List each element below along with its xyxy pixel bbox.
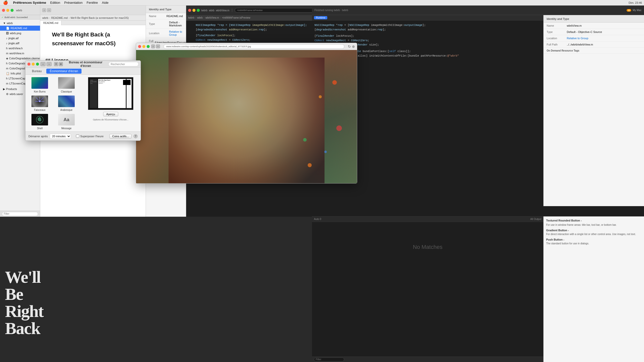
ss-grid-view-btn[interactable]: ⊞ [59,62,63,66]
help-btn[interactable]: ? [134,134,138,138]
dot-4 [303,138,307,142]
bc-initwithframe[interactable]: +initWithFrame:isPreview [222,16,250,19]
identity-header-right: Identity and Type [544,15,644,23]
id-value-name-r: wbrbView.m [567,24,641,27]
identity-row-name: Name README.md [146,13,186,19]
ss-back-btn[interactable]: ‹ [41,62,46,66]
ss-item-ken-burns[interactable]: Ken Burns [27,77,52,93]
ss-search-input[interactable] [108,62,139,66]
nav-fwd-btn[interactable]: › [47,8,51,12]
ln-2 [189,28,194,32]
ss-tab-economiseur[interactable]: Économiseur d'écran [46,69,82,74]
preview-black-rect [123,80,131,85]
ss-tab-bureau[interactable]: Bureau [28,69,45,74]
browser-max-btn[interactable] [147,45,150,48]
browser-window: ‹ › www.indiewire.com/wp-content/uploads… [136,43,357,184]
apple-menu[interactable]: 🍎 [0,0,11,6]
color-overlay-2 [136,50,357,183]
code-line-4: CGRect newImageRect = CGRectZero; [189,38,329,42]
browser-fwd-btn[interactable]: › [156,44,160,48]
right-code-line-3: [finalRender lockFocus]; [314,34,541,38]
ss-preview-screen: wbrb■ README png We'll Be Right Back ## … [88,77,133,110]
ss-label-ken-burns: Ken Burns [34,90,46,93]
file-wbrb-png[interactable]: 🖼 wbrb.png [0,31,40,36]
ss-item-classique[interactable]: Classique [54,77,79,93]
big-text-line-4: Back [5,320,43,337]
browser-share-btn[interactable]: ⊕ [352,44,355,49]
options-text[interactable]: Options de l'Économiseur d'écran... [93,118,129,121]
ln-1 [189,23,194,28]
ss-label-arabesque: Arabesque [60,109,72,111]
nav-back-btn[interactable]: ‹ [42,8,46,12]
right-bottom-area: Textured Rounded Button - For use in win… [312,216,644,362]
code-line-1: NSCIImageRep *rep = [NSCIImageRep imageR… [189,23,329,28]
tab-readme[interactable]: README.md [40,21,61,25]
ss-fwd-btn[interactable]: › [47,62,52,66]
file-jingle-aiff[interactable]: ♪ jingle.aiff [0,41,40,46]
gradient-btn-desc: For direct interaction with a single lis… [546,233,641,236]
preview-editor-mock-content: We'll Be Right Back ## License GPLv3... [98,79,126,108]
bc-twbrb[interactable]: twbrb [188,16,194,19]
browser-url-bar[interactable]: www.indiewire.com/wp-content/uploads/202… [164,44,344,49]
maximize-button[interactable] [11,9,14,12]
menubar: 🍎 Préférences Système Edition Présentati… [0,0,644,6]
on-demand-label-r: On Demand Resource Tags [544,48,644,54]
minimize-button[interactable] [6,9,9,12]
duration-select[interactable]: 20 minutes [50,134,71,139]
filter-bar [0,211,40,217]
btn-runtime[interactable]: Runtime [314,16,327,19]
dot-2 [319,95,322,98]
id-label-name: Name [149,15,167,18]
breadcrumb-wbrb2[interactable]: We'll Be Right Back (a screensaver for m… [71,16,129,19]
bottom-filter-input[interactable] [314,357,344,361]
preview-sidebar-mock: wbrb■ README png [90,79,97,108]
menubar-presentation[interactable]: Présentation [62,0,85,6]
editor-line-1: We'll Be Right Back (a screensaver for m… [45,30,141,52]
browser-min-btn[interactable] [142,45,145,48]
id-value-fullpath-r: ../../wbrb/wbrbView.m [567,43,641,46]
file-jingle-aif[interactable]: ♪ jingle.aif [0,36,40,41]
ss-max-btn[interactable] [36,63,39,66]
breadcrumb-wbrb[interactable]: wbrb [42,16,48,19]
breadcrumb-readme[interactable]: README.md [51,16,68,19]
traffic-lights [2,9,14,12]
middle-max-btn[interactable] [197,9,200,12]
corners-btn[interactable]: Coins actifs... [109,134,132,139]
browser-toolbar: ‹ › www.indiewire.com/wp-content/uploads… [136,43,357,50]
ss-item-shell[interactable]: Shell [27,113,52,130]
close-button[interactable] [2,9,5,12]
ss-item-message[interactable]: Aa Message [54,113,79,130]
filter-input[interactable] [2,212,38,216]
xcode-left-toolbar: wbrb [0,6,40,15]
ss-close-btn[interactable] [27,63,30,66]
ss-list-view-btn[interactable]: ☰ [54,62,58,66]
wbrb-label: wbrb [209,9,214,12]
menubar-fenetre[interactable]: Fenêtre [85,0,100,6]
no-matches-area: No Matches [312,222,543,272]
twbrb-label: twbrb [201,9,207,12]
menubar-edition[interactable]: Edition [48,0,62,6]
overlay-checkbox[interactable] [76,134,79,138]
code-text-3: [finalRender lockFocus]; [196,33,235,38]
browser-refresh-btn[interactable]: ↻ [348,44,351,49]
ss-item-arabesque[interactable]: Arabesque [54,95,79,111]
no-matches-text: No Matches [413,244,442,250]
middle-close-btn[interactable] [188,9,191,12]
browser-back-btn[interactable]: ‹ [151,44,155,48]
big-text-line-3: Right [5,303,43,320]
menubar-aide[interactable]: Aide [100,0,110,6]
file-worbview-h[interactable]: h worbView.h [0,46,40,51]
bc-wbrb[interactable]: wbrb [197,16,203,19]
browser-close-btn[interactable] [138,45,141,48]
overlay-checkbox-label: Superposer l'heure [76,134,104,138]
bc-wbrbviewm[interactable]: wbrbView.m [206,16,219,19]
middle-min-btn[interactable] [192,9,195,12]
ss-min-btn[interactable] [32,63,35,66]
ss-item-faisceaux[interactable]: Faisceaux [27,95,52,111]
file-colordeg-ck[interactable]: ◈ ColorDegradation.ckernel [0,56,40,61]
file-wbrb-folder[interactable]: ▼ wbrb [0,21,40,26]
menubar-app-name[interactable]: Préférences Système [11,0,48,6]
file-readme[interactable]: 📄 README.md [0,26,40,31]
preview-btn[interactable]: Aperçu [103,112,118,116]
file-worbview-m[interactable]: m worbView.m [0,51,40,56]
